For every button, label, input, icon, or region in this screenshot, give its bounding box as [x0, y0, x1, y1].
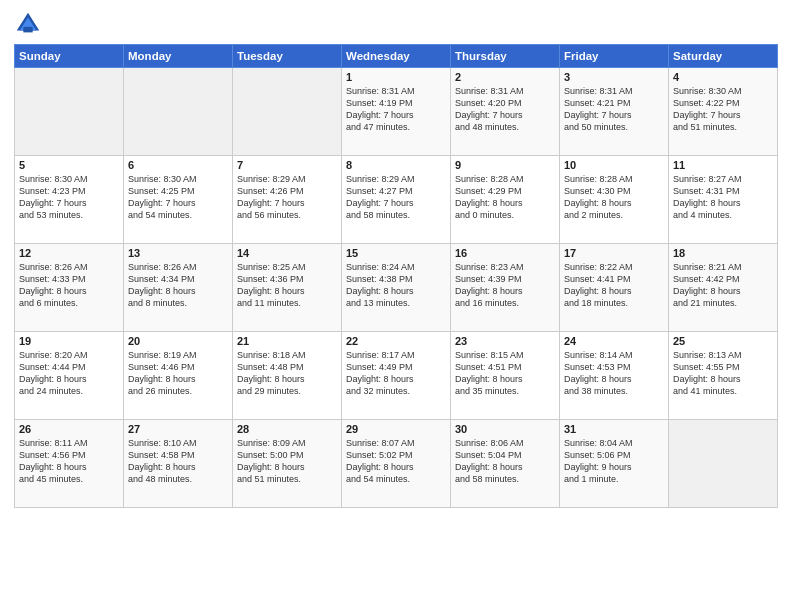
day-number: 5 [19, 159, 119, 171]
day-info: Sunrise: 8:18 AM Sunset: 4:48 PM Dayligh… [237, 349, 337, 398]
day-number: 19 [19, 335, 119, 347]
calendar-cell: 9Sunrise: 8:28 AM Sunset: 4:29 PM Daylig… [451, 156, 560, 244]
day-number: 4 [673, 71, 773, 83]
calendar-cell: 31Sunrise: 8:04 AM Sunset: 5:06 PM Dayli… [560, 420, 669, 508]
calendar-cell: 30Sunrise: 8:06 AM Sunset: 5:04 PM Dayli… [451, 420, 560, 508]
day-info: Sunrise: 8:30 AM Sunset: 4:25 PM Dayligh… [128, 173, 228, 222]
day-number: 29 [346, 423, 446, 435]
day-info: Sunrise: 8:28 AM Sunset: 4:29 PM Dayligh… [455, 173, 555, 222]
day-info: Sunrise: 8:17 AM Sunset: 4:49 PM Dayligh… [346, 349, 446, 398]
day-info: Sunrise: 8:15 AM Sunset: 4:51 PM Dayligh… [455, 349, 555, 398]
calendar-cell: 28Sunrise: 8:09 AM Sunset: 5:00 PM Dayli… [233, 420, 342, 508]
day-info: Sunrise: 8:31 AM Sunset: 4:19 PM Dayligh… [346, 85, 446, 134]
day-number: 7 [237, 159, 337, 171]
day-number: 12 [19, 247, 119, 259]
day-number: 10 [564, 159, 664, 171]
calendar-week-3: 12Sunrise: 8:26 AM Sunset: 4:33 PM Dayli… [15, 244, 778, 332]
calendar-cell: 25Sunrise: 8:13 AM Sunset: 4:55 PM Dayli… [669, 332, 778, 420]
day-info: Sunrise: 8:31 AM Sunset: 4:21 PM Dayligh… [564, 85, 664, 134]
calendar-cell: 23Sunrise: 8:15 AM Sunset: 4:51 PM Dayli… [451, 332, 560, 420]
day-number: 20 [128, 335, 228, 347]
weekday-header-friday: Friday [560, 45, 669, 68]
day-info: Sunrise: 8:13 AM Sunset: 4:55 PM Dayligh… [673, 349, 773, 398]
weekday-header-thursday: Thursday [451, 45, 560, 68]
day-info: Sunrise: 8:20 AM Sunset: 4:44 PM Dayligh… [19, 349, 119, 398]
calendar-week-5: 26Sunrise: 8:11 AM Sunset: 4:56 PM Dayli… [15, 420, 778, 508]
day-info: Sunrise: 8:07 AM Sunset: 5:02 PM Dayligh… [346, 437, 446, 486]
day-info: Sunrise: 8:22 AM Sunset: 4:41 PM Dayligh… [564, 261, 664, 310]
day-info: Sunrise: 8:04 AM Sunset: 5:06 PM Dayligh… [564, 437, 664, 486]
calendar-cell: 1Sunrise: 8:31 AM Sunset: 4:19 PM Daylig… [342, 68, 451, 156]
weekday-header-wednesday: Wednesday [342, 45, 451, 68]
calendar-cell [233, 68, 342, 156]
calendar-cell: 29Sunrise: 8:07 AM Sunset: 5:02 PM Dayli… [342, 420, 451, 508]
header [14, 10, 778, 38]
calendar-cell: 26Sunrise: 8:11 AM Sunset: 4:56 PM Dayli… [15, 420, 124, 508]
calendar-cell: 24Sunrise: 8:14 AM Sunset: 4:53 PM Dayli… [560, 332, 669, 420]
weekday-header-monday: Monday [124, 45, 233, 68]
day-info: Sunrise: 8:29 AM Sunset: 4:27 PM Dayligh… [346, 173, 446, 222]
calendar-cell: 6Sunrise: 8:30 AM Sunset: 4:25 PM Daylig… [124, 156, 233, 244]
calendar-cell: 22Sunrise: 8:17 AM Sunset: 4:49 PM Dayli… [342, 332, 451, 420]
calendar-header: SundayMondayTuesdayWednesdayThursdayFrid… [15, 45, 778, 68]
day-number: 25 [673, 335, 773, 347]
day-number: 21 [237, 335, 337, 347]
calendar-cell: 4Sunrise: 8:30 AM Sunset: 4:22 PM Daylig… [669, 68, 778, 156]
day-number: 6 [128, 159, 228, 171]
day-info: Sunrise: 8:24 AM Sunset: 4:38 PM Dayligh… [346, 261, 446, 310]
calendar-cell: 13Sunrise: 8:26 AM Sunset: 4:34 PM Dayli… [124, 244, 233, 332]
day-info: Sunrise: 8:26 AM Sunset: 4:33 PM Dayligh… [19, 261, 119, 310]
calendar-cell: 11Sunrise: 8:27 AM Sunset: 4:31 PM Dayli… [669, 156, 778, 244]
day-info: Sunrise: 8:31 AM Sunset: 4:20 PM Dayligh… [455, 85, 555, 134]
day-number: 3 [564, 71, 664, 83]
day-number: 9 [455, 159, 555, 171]
weekday-header-saturday: Saturday [669, 45, 778, 68]
day-number: 8 [346, 159, 446, 171]
day-number: 15 [346, 247, 446, 259]
day-number: 11 [673, 159, 773, 171]
day-info: Sunrise: 8:25 AM Sunset: 4:36 PM Dayligh… [237, 261, 337, 310]
day-number: 16 [455, 247, 555, 259]
day-number: 27 [128, 423, 228, 435]
day-info: Sunrise: 8:10 AM Sunset: 4:58 PM Dayligh… [128, 437, 228, 486]
day-number: 1 [346, 71, 446, 83]
day-number: 28 [237, 423, 337, 435]
day-number: 18 [673, 247, 773, 259]
calendar-cell [669, 420, 778, 508]
calendar-cell: 7Sunrise: 8:29 AM Sunset: 4:26 PM Daylig… [233, 156, 342, 244]
day-info: Sunrise: 8:11 AM Sunset: 4:56 PM Dayligh… [19, 437, 119, 486]
calendar-week-1: 1Sunrise: 8:31 AM Sunset: 4:19 PM Daylig… [15, 68, 778, 156]
day-info: Sunrise: 8:23 AM Sunset: 4:39 PM Dayligh… [455, 261, 555, 310]
day-number: 2 [455, 71, 555, 83]
calendar-cell: 16Sunrise: 8:23 AM Sunset: 4:39 PM Dayli… [451, 244, 560, 332]
day-info: Sunrise: 8:30 AM Sunset: 4:22 PM Dayligh… [673, 85, 773, 134]
calendar-cell [124, 68, 233, 156]
calendar-cell: 17Sunrise: 8:22 AM Sunset: 4:41 PM Dayli… [560, 244, 669, 332]
calendar-cell: 18Sunrise: 8:21 AM Sunset: 4:42 PM Dayli… [669, 244, 778, 332]
calendar-cell: 14Sunrise: 8:25 AM Sunset: 4:36 PM Dayli… [233, 244, 342, 332]
day-info: Sunrise: 8:30 AM Sunset: 4:23 PM Dayligh… [19, 173, 119, 222]
calendar-cell: 2Sunrise: 8:31 AM Sunset: 4:20 PM Daylig… [451, 68, 560, 156]
day-number: 13 [128, 247, 228, 259]
calendar-cell: 20Sunrise: 8:19 AM Sunset: 4:46 PM Dayli… [124, 332, 233, 420]
day-info: Sunrise: 8:19 AM Sunset: 4:46 PM Dayligh… [128, 349, 228, 398]
day-number: 22 [346, 335, 446, 347]
day-number: 31 [564, 423, 664, 435]
calendar-cell: 10Sunrise: 8:28 AM Sunset: 4:30 PM Dayli… [560, 156, 669, 244]
day-info: Sunrise: 8:28 AM Sunset: 4:30 PM Dayligh… [564, 173, 664, 222]
day-number: 30 [455, 423, 555, 435]
logo [14, 10, 46, 38]
calendar-cell: 5Sunrise: 8:30 AM Sunset: 4:23 PM Daylig… [15, 156, 124, 244]
calendar-cell: 12Sunrise: 8:26 AM Sunset: 4:33 PM Dayli… [15, 244, 124, 332]
weekday-header-sunday: Sunday [15, 45, 124, 68]
calendar-table: SundayMondayTuesdayWednesdayThursdayFrid… [14, 44, 778, 508]
day-info: Sunrise: 8:09 AM Sunset: 5:00 PM Dayligh… [237, 437, 337, 486]
svg-rect-2 [23, 27, 32, 33]
day-number: 23 [455, 335, 555, 347]
calendar-cell: 8Sunrise: 8:29 AM Sunset: 4:27 PM Daylig… [342, 156, 451, 244]
day-number: 24 [564, 335, 664, 347]
day-number: 26 [19, 423, 119, 435]
calendar-cell: 15Sunrise: 8:24 AM Sunset: 4:38 PM Dayli… [342, 244, 451, 332]
logo-icon [14, 10, 42, 38]
calendar-cell: 27Sunrise: 8:10 AM Sunset: 4:58 PM Dayli… [124, 420, 233, 508]
